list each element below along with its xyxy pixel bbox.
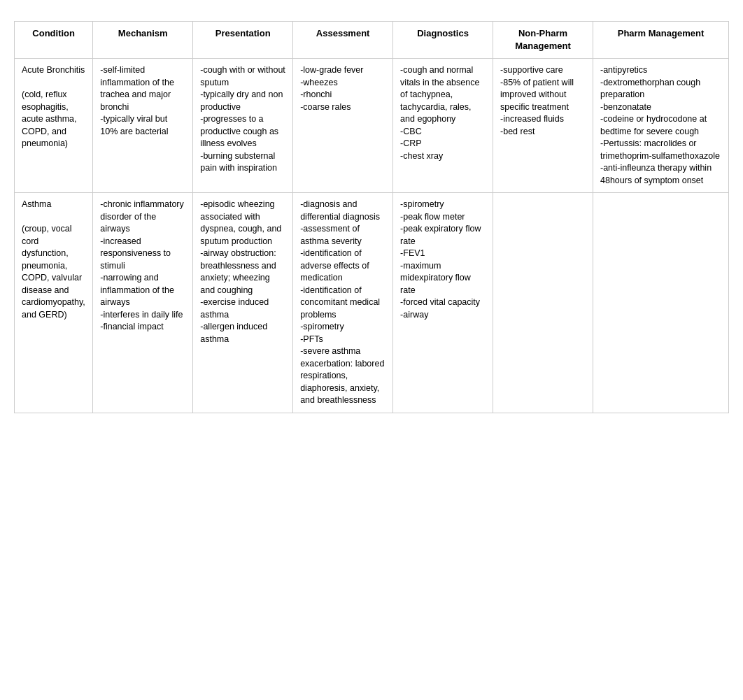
cell-presentation: -episodic wheezing associated with dyspn… bbox=[193, 193, 293, 413]
header-mechanism: Mechanism bbox=[93, 22, 193, 59]
header-nonpharm: Non-PharmManagement bbox=[493, 22, 593, 59]
cell-condition: Asthma(croup, vocal cord dysfunction, pn… bbox=[15, 193, 93, 413]
table-row: Asthma(croup, vocal cord dysfunction, pn… bbox=[15, 193, 729, 413]
cell-pharm: -antipyretics-dextromethorphan cough pre… bbox=[593, 59, 728, 193]
table-row: Acute Bronchitis(cold, reflux esophagiti… bbox=[15, 59, 729, 193]
cell-nonpharm: -supportive care-85% of patient will imp… bbox=[493, 59, 593, 193]
cell-presentation: -cough with or without sputum-typically … bbox=[193, 59, 293, 193]
header-diagnostics: Diagnostics bbox=[393, 22, 493, 59]
cell-mechanism: -self-limited inflammation of the trache… bbox=[93, 59, 193, 193]
medical-table: Condition Mechanism Presentation Assessm… bbox=[14, 21, 729, 413]
cell-diagnostics: -cough and normal vitals in the absence … bbox=[393, 59, 493, 193]
header-condition: Condition bbox=[15, 22, 93, 59]
cell-assessment: -low-grade fever-wheezes-rhonchi-coarse … bbox=[293, 59, 393, 193]
cell-pharm bbox=[593, 193, 728, 413]
header-presentation: Presentation bbox=[193, 22, 293, 59]
cell-assessment: -diagnosis and differential diagnosis-as… bbox=[293, 193, 393, 413]
cell-nonpharm bbox=[493, 193, 593, 413]
cell-mechanism: -chronic inflammatory disorder of the ai… bbox=[93, 193, 193, 413]
cell-condition: Acute Bronchitis(cold, reflux esophagiti… bbox=[15, 59, 93, 193]
header-row: Condition Mechanism Presentation Assessm… bbox=[15, 22, 729, 59]
header-pharm: Pharm Management bbox=[593, 22, 728, 59]
cell-diagnostics: -spirometry-peak flow meter-peak expirat… bbox=[393, 193, 493, 413]
main-container: Condition Mechanism Presentation Assessm… bbox=[0, 0, 743, 434]
header-assessment: Assessment bbox=[293, 22, 393, 59]
